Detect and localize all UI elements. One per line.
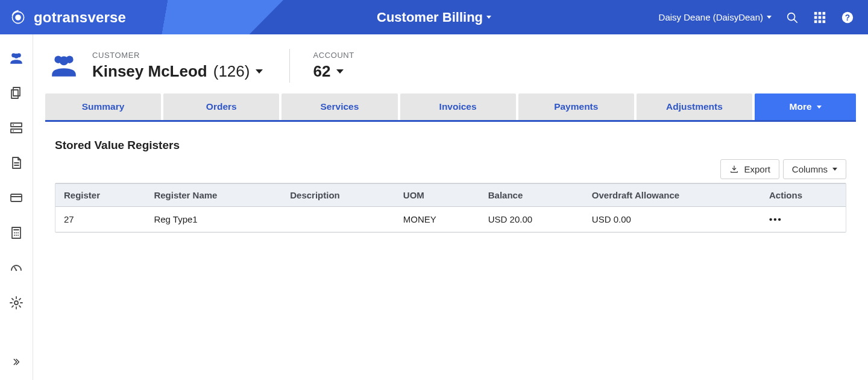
svg-rect-21 — [11, 129, 22, 133]
chevron-down-icon — [336, 69, 344, 74]
svg-point-17 — [14, 54, 19, 59]
context-header: CUSTOMER Kinsey McLeod (126) ACCOUNT 62 — [45, 34, 856, 93]
col-uom[interactable]: UOM — [395, 184, 480, 207]
tab-summary[interactable]: Summary — [45, 93, 161, 120]
tab-more[interactable]: More — [755, 93, 856, 120]
help-button[interactable]: ? — [840, 10, 855, 25]
registers-table: Register Register Name Description UOM B… — [55, 183, 846, 232]
cell-balance: USD 20.00 — [480, 207, 583, 232]
cell-name: Reg Type1 — [145, 207, 281, 232]
svg-point-32 — [17, 232, 19, 233]
chevron-down-icon — [767, 16, 772, 19]
export-label: Export — [744, 164, 770, 174]
chevron-down-icon — [256, 69, 263, 74]
chevrons-right-icon — [11, 356, 22, 367]
help-icon: ? — [841, 11, 854, 24]
user-display-name: Daisy Deane (DaisyDean) — [659, 12, 763, 22]
table-toolbar: Export Columns — [45, 159, 856, 179]
chevron-down-icon — [486, 16, 491, 19]
module-title: Customer Billing — [377, 10, 483, 25]
sidebar-item-calculator[interactable] — [0, 215, 33, 250]
col-register[interactable]: Register — [55, 184, 145, 207]
user-menu[interactable]: Daisy Deane (DaisyDean) — [659, 12, 772, 22]
cell-desc — [281, 207, 395, 232]
svg-rect-4 — [814, 11, 817, 14]
tab-orders[interactable]: Orders — [163, 93, 279, 120]
svg-rect-9 — [823, 16, 826, 19]
account-eyebrow: ACCOUNT — [313, 51, 354, 60]
svg-point-34 — [16, 235, 17, 236]
server-icon — [9, 121, 24, 135]
col-name[interactable]: Register Name — [145, 184, 281, 207]
customer-eyebrow: CUSTOMER — [92, 51, 263, 60]
cell-register: 27 — [55, 207, 145, 232]
sidebar-item-copy[interactable] — [0, 75, 33, 110]
cell-uom: MONEY — [395, 207, 480, 232]
svg-rect-5 — [819, 11, 822, 14]
svg-rect-8 — [819, 16, 822, 19]
tab-label: Payments — [554, 101, 598, 112]
account-selector[interactable]: 62 — [313, 62, 354, 81]
table-row[interactable]: 27 Reg Type1 MONEY USD 20.00 USD 0.00 ••… — [55, 207, 846, 232]
customer-selector[interactable]: Kinsey McLeod (126) — [92, 62, 263, 81]
users-icon — [8, 50, 24, 66]
calculator-icon — [9, 226, 24, 240]
sidebar-item-customers[interactable] — [0, 40, 33, 75]
document-icon — [9, 156, 24, 170]
sidebar-expand-toggle[interactable] — [0, 350, 33, 374]
svg-rect-26 — [11, 194, 22, 201]
columns-button[interactable]: Columns — [783, 159, 846, 179]
download-icon — [729, 165, 739, 174]
search-icon — [785, 11, 799, 24]
columns-label: Columns — [792, 164, 828, 174]
chevron-down-icon — [832, 168, 837, 171]
sidebar-item-settings[interactable] — [0, 285, 33, 320]
module-switcher[interactable]: Customer Billing — [377, 10, 491, 25]
sidebar-item-servers[interactable] — [0, 110, 33, 145]
svg-point-37 — [16, 270, 17, 271]
col-balance[interactable]: Balance — [480, 184, 583, 207]
top-bar: gotransverse Customer Billing Daisy Dean… — [0, 0, 868, 34]
credit-card-icon — [9, 191, 24, 205]
tab-bar: Summary Orders Services Invoices Payment… — [45, 93, 856, 122]
sidebar-item-card[interactable] — [0, 180, 33, 215]
svg-rect-11 — [819, 20, 822, 23]
tab-adjustments[interactable]: Adjustments — [637, 93, 752, 120]
svg-point-31 — [16, 232, 17, 233]
tab-invoices[interactable]: Invoices — [400, 93, 516, 120]
search-button[interactable] — [785, 10, 799, 25]
svg-point-33 — [14, 235, 15, 236]
export-button[interactable]: Export — [720, 159, 779, 179]
svg-rect-18 — [13, 87, 20, 96]
svg-line-3 — [794, 19, 797, 22]
sidebar-item-dashboard[interactable] — [0, 250, 33, 285]
col-overdraft[interactable]: Overdraft Allowance — [583, 184, 761, 207]
cell-overdraft: USD 0.00 — [583, 207, 761, 232]
tab-payments[interactable]: Payments — [518, 93, 634, 120]
tab-services[interactable]: Services — [281, 93, 397, 120]
gauge-icon — [9, 261, 24, 275]
tab-label: Summary — [82, 101, 125, 112]
customer-name: Kinsey McLeod — [92, 62, 207, 81]
row-actions-menu[interactable]: ••• — [769, 214, 782, 224]
svg-rect-7 — [814, 16, 817, 19]
brand-text: gotransverse — [34, 9, 126, 26]
tab-label: More — [790, 101, 812, 112]
apps-grid-icon — [813, 11, 826, 24]
brand-block: gotransverse — [0, 0, 259, 34]
registers-table-wrap: Register Register Name Description UOM B… — [55, 183, 846, 233]
apps-button[interactable] — [813, 10, 827, 25]
sidebar — [0, 34, 33, 380]
chevron-down-icon — [817, 106, 822, 109]
customer-icon — [49, 49, 79, 82]
svg-point-22 — [13, 124, 14, 125]
account-value: 62 — [313, 62, 330, 81]
sidebar-item-document[interactable] — [0, 145, 33, 180]
divider — [289, 49, 290, 83]
brand-logo-icon — [10, 9, 27, 26]
tab-label: Orders — [206, 101, 237, 112]
col-desc[interactable]: Description — [281, 184, 395, 207]
svg-rect-19 — [11, 90, 18, 98]
svg-point-1 — [15, 14, 21, 21]
svg-rect-6 — [823, 11, 826, 14]
